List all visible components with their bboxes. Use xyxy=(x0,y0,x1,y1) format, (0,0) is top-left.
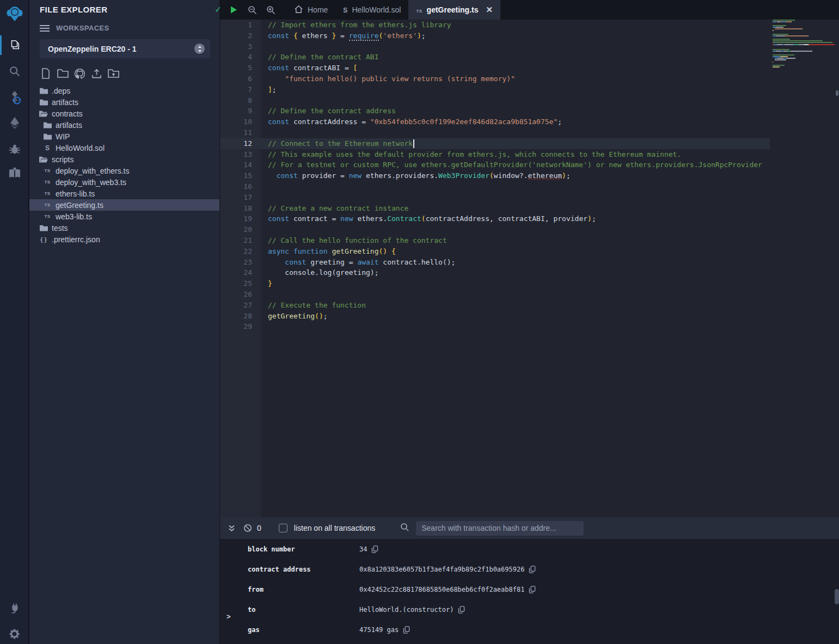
remix-logo-icon[interactable] xyxy=(0,2,29,26)
code-line-9: 9// Define the contract address xyxy=(220,106,839,116)
activity-bar xyxy=(0,0,29,644)
terminal-row-label: contract address xyxy=(248,566,311,573)
code-line-7: 7]; xyxy=(220,84,839,95)
line-number: 28 xyxy=(220,311,252,322)
tab-home[interactable]: Home xyxy=(286,0,335,20)
tree-item-artifacts[interactable]: artifacts xyxy=(29,96,219,108)
file-explorer-icon[interactable] xyxy=(0,33,29,57)
line-number: 21 xyxy=(220,235,252,246)
tree-item--prettierrc-json[interactable]: { }.prettierrc.json xyxy=(29,234,219,245)
tree-item-wip[interactable]: WIP xyxy=(29,131,219,142)
clear-console-icon[interactable] xyxy=(240,524,256,532)
search-icon[interactable] xyxy=(0,59,29,83)
code-line-2: 2const { ethers } = require('ethers'); xyxy=(220,30,839,41)
folder-icon xyxy=(39,99,48,106)
tab-label: getGreeting.ts xyxy=(427,5,479,14)
line-number: 27 xyxy=(220,300,252,311)
tree-item-ethers-lib-ts[interactable]: TSethers-lib.ts xyxy=(29,188,219,199)
line-number: 10 xyxy=(220,116,252,127)
tab-label: HelloWorld.sol xyxy=(352,5,401,14)
line-number: 25 xyxy=(220,278,252,289)
copy-icon[interactable] xyxy=(529,586,536,593)
workspace-select[interactable]: OpenZeppelin ERC20 - 1 xyxy=(40,39,210,58)
terminal-prompt[interactable]: > xyxy=(226,612,231,621)
line-number: 24 xyxy=(220,267,252,278)
folder-icon xyxy=(39,224,48,231)
tree-item-artifacts[interactable]: artifacts xyxy=(29,119,219,131)
tree-item-web3-lib-ts[interactable]: TSweb3-lib.ts xyxy=(29,211,219,222)
tree-item-deploy-with-web3-ts[interactable]: TSdeploy_with_web3.ts xyxy=(29,176,219,188)
tree-item-tests[interactable]: tests xyxy=(29,222,219,234)
code-line-27: 27// Execute the function xyxy=(220,300,839,311)
tree-item-label: ethers-lib.ts xyxy=(56,189,95,198)
terminal-row-label: from xyxy=(248,586,264,593)
tree-item-contracts[interactable]: contracts xyxy=(29,108,219,119)
listen-transactions-label: listen on all transactions xyxy=(294,524,375,532)
zoom-in-icon[interactable] xyxy=(261,0,280,20)
terminal-scrollbar[interactable] xyxy=(835,589,839,604)
line-number: 18 xyxy=(220,203,252,214)
line-number: 11 xyxy=(220,127,252,138)
workspaces-menu-icon[interactable] xyxy=(40,25,50,32)
collapse-terminal-icon[interactable] xyxy=(223,524,240,532)
line-number: 17 xyxy=(220,192,252,203)
close-tab-icon[interactable]: ✕ xyxy=(486,5,493,15)
line-number: 15 xyxy=(220,170,252,181)
editor-scrollbar[interactable] xyxy=(836,90,838,96)
code-line-25: 25} xyxy=(220,278,839,289)
copy-icon[interactable] xyxy=(458,606,465,614)
solidity-icon: S xyxy=(43,144,52,152)
tree-item-label: WIP xyxy=(56,132,70,141)
code-line-19: 19const contract = new ethers.Contract(c… xyxy=(220,213,839,224)
zoom-out-icon[interactable] xyxy=(243,0,261,20)
line-number: 9 xyxy=(220,106,252,116)
code-line-17: 17 xyxy=(220,192,839,203)
terminal-search-input[interactable] xyxy=(416,521,584,536)
copy-icon[interactable] xyxy=(403,626,410,634)
minimap[interactable] xyxy=(773,20,835,517)
tree-item--deps[interactable]: .deps xyxy=(29,85,219,96)
tree-item-helloworld-sol[interactable]: SHelloWorld.sol xyxy=(29,142,219,154)
workspace-dropdown-icon[interactable] xyxy=(194,44,205,54)
deploy-run-icon[interactable] xyxy=(0,111,29,135)
line-number: 3 xyxy=(220,41,252,52)
run-script-button[interactable] xyxy=(224,0,243,20)
listen-transactions-checkbox[interactable] xyxy=(279,524,287,532)
terminal-row-label: to xyxy=(248,606,255,614)
upload-file-icon[interactable] xyxy=(90,67,103,80)
terminal-row-value: 34 xyxy=(359,545,367,553)
code-line-13: 13// This example uses the default provi… xyxy=(220,149,839,160)
new-folder-icon[interactable] xyxy=(56,67,69,80)
upload-folder-icon[interactable] xyxy=(107,67,120,80)
text-cursor xyxy=(413,139,414,148)
debugger-icon[interactable] xyxy=(0,137,29,161)
tree-item-label: artifacts xyxy=(52,98,78,107)
code-line-18: 18// Create a new contract instance xyxy=(220,203,839,214)
code-editor[interactable]: 1// Import ethers from the ethers.js lib… xyxy=(220,20,839,517)
code-line-15: 15 const provider = new ethers.providers… xyxy=(220,170,839,181)
tab-helloworld-sol[interactable]: SHelloWorld.sol xyxy=(335,0,408,20)
tree-item-label: deploy_with_ethers.ts xyxy=(56,167,129,175)
tree-item-deploy-with-ethers-ts[interactable]: TSdeploy_with_ethers.ts xyxy=(29,165,219,176)
line-number: 8 xyxy=(220,95,252,106)
tab-getgreeting-ts[interactable]: TSgetGreeting.ts✕ xyxy=(408,0,500,20)
code-line-5: 5const contractABI = [ xyxy=(220,63,839,73)
line-number: 16 xyxy=(220,181,252,192)
line-number: 26 xyxy=(220,289,252,300)
workspace-name: OpenZeppelin ERC20 - 1 xyxy=(48,45,194,53)
terminal-output: block number34contract address0x8a120383… xyxy=(220,539,839,644)
plugin-manager-icon[interactable] xyxy=(0,596,29,620)
learneth-icon[interactable] xyxy=(0,161,29,185)
solidity-compiler-icon[interactable] xyxy=(0,85,29,109)
new-file-icon[interactable] xyxy=(39,67,52,80)
settings-icon[interactable] xyxy=(0,622,29,644)
line-number: 12 xyxy=(220,138,252,149)
tree-item-getgreeting-ts[interactable]: TSgetGreeting.ts xyxy=(29,199,219,211)
code-line-1: 1// Import ethers from the ethers.js lib… xyxy=(220,20,839,30)
tree-item-scripts[interactable]: scripts xyxy=(29,154,219,165)
github-clone-icon[interactable] xyxy=(73,67,86,80)
copy-icon[interactable] xyxy=(371,545,378,553)
copy-icon[interactable] xyxy=(529,566,536,573)
json-icon: { } xyxy=(39,236,48,243)
transaction-count: 0 xyxy=(257,524,261,532)
